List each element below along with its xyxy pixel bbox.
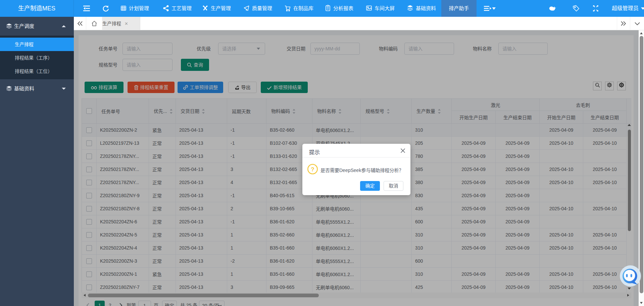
svg-text:?: ?	[311, 166, 314, 173]
